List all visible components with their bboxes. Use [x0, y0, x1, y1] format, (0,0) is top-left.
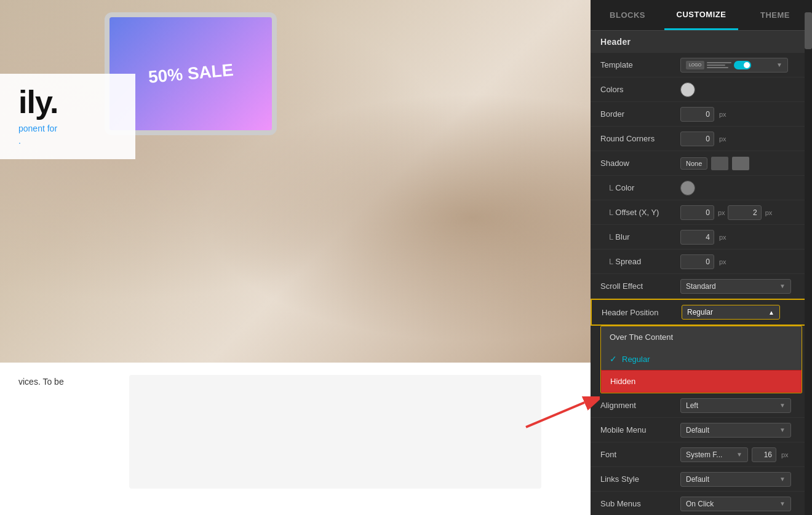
blur-label: Blur [600, 232, 680, 242]
option-regular[interactable]: ✓ Regular [601, 348, 802, 370]
mobile-menu-value: Default ▼ [680, 423, 802, 438]
font-family-arrow: ▼ [736, 451, 742, 458]
border-input[interactable] [680, 107, 714, 122]
scroll-effect-label: Scroll Effect [600, 281, 680, 291]
alignment-value: Left ▼ [680, 398, 802, 413]
scroll-effect-text: Standard [686, 282, 716, 291]
border-unit: px [719, 111, 726, 118]
mobile-menu-text: Default [686, 426, 709, 434]
offset-x-input[interactable] [680, 205, 714, 220]
scroll-effect-dropdown[interactable]: Standard ▼ [680, 279, 791, 294]
hero-sub-text: ponent for . [18, 123, 117, 147]
round-corners-label: Round Corners [600, 134, 680, 143]
section-header-header: Header [591, 31, 812, 53]
template-dropdown[interactable]: LOGO ▼ [680, 58, 788, 73]
colors-value [680, 82, 802, 97]
alignment-label: Alignment [600, 401, 680, 410]
option-regular-text: Regular [622, 355, 650, 364]
blur-row: Blur px [591, 225, 812, 250]
font-size-unit: px [781, 451, 789, 458]
border-label: Border [600, 109, 680, 119]
option-hidden-text: Hidden [610, 377, 635, 386]
offset-label: Offset (X, Y) [600, 208, 680, 217]
shadow-row: Shadow None [591, 151, 812, 176]
font-row: Font System F... ▼ px [591, 442, 812, 467]
spread-row: Spread px [591, 250, 812, 274]
alignment-row: Alignment Left ▼ [591, 393, 812, 418]
template-preview: LOGO [686, 61, 751, 69]
t-line-3 [707, 67, 728, 68]
header-position-value: Regular ▲ [682, 305, 801, 320]
shadow-color-row: Color [591, 176, 812, 200]
sub-menus-dropdown[interactable]: On Click ▼ [680, 497, 791, 511]
tab-blocks[interactable]: BLOCKS [591, 0, 664, 30]
template-value: LOGO ▼ [680, 58, 802, 73]
shadow-color-circle[interactable] [680, 181, 695, 195]
shadow-none-btn[interactable]: None [680, 157, 707, 170]
mobile-menu-row: Mobile Menu Default ▼ [591, 418, 812, 442]
blur-value: px [680, 230, 802, 245]
spread-label: Spread [600, 257, 680, 266]
header-position-menu: Over The Content ✓ Regular Hidden [600, 326, 802, 393]
round-corners-input[interactable] [680, 132, 714, 146]
blur-input[interactable] [680, 230, 714, 245]
tab-customize[interactable]: CUSTOMIZE [664, 0, 738, 30]
option-over-content-text: Over The Content [610, 332, 673, 342]
offset-value: px px [680, 205, 802, 220]
shadow-style-1[interactable] [711, 157, 728, 170]
colors-circle[interactable] [680, 82, 695, 97]
sub-menus-row: Sub Menus On Click ▼ [591, 492, 812, 515]
option-hidden[interactable]: Hidden [601, 370, 802, 393]
hero-big-text: ily. [18, 86, 117, 118]
panel-body: Header Template LOGO ▼ [591, 31, 812, 515]
colors-label: Colors [600, 85, 680, 94]
round-corners-row: Round Corners px [591, 127, 812, 151]
links-style-row: Links Style Default ▼ [591, 467, 812, 492]
check-icon: ✓ [610, 354, 617, 364]
scrollbar-track[interactable] [805, 0, 812, 515]
hero-overlay: ily. ponent for . [0, 74, 135, 159]
links-style-dropdown[interactable]: Default ▼ [680, 472, 791, 487]
border-row: Border px [591, 102, 812, 127]
offset-y-input[interactable] [728, 205, 762, 220]
template-lines [707, 62, 731, 68]
template-dropdown-arrow: ▼ [776, 61, 782, 68]
sub-menus-value: On Click ▼ [680, 497, 802, 511]
sub-menus-label: Sub Menus [600, 499, 680, 508]
scrollbar-thumb[interactable] [805, 12, 812, 49]
header-position-dropdown[interactable]: Regular ▲ [682, 305, 780, 320]
template-label: Template [600, 60, 680, 69]
round-corners-unit: px [719, 135, 726, 143]
bottom-content: vices. To be [0, 363, 591, 501]
links-style-text: Default [686, 475, 709, 484]
option-over-content[interactable]: Over The Content [601, 326, 802, 348]
shadow-value: None [680, 157, 802, 170]
t-line-1 [707, 62, 731, 63]
spread-value: px [680, 254, 802, 269]
sub-menus-text: On Click [686, 500, 714, 508]
links-style-arrow: ▼ [779, 476, 786, 482]
mobile-menu-label: Mobile Menu [600, 425, 680, 434]
links-style-label: Links Style [600, 474, 680, 484]
font-size-input[interactable] [752, 447, 776, 462]
shadow-color-label: Color [600, 183, 680, 192]
bottom-left-text: vices. To be [18, 375, 117, 388]
template-row: Template LOGO ▼ [591, 53, 812, 77]
font-family-dropdown[interactable]: System F... ▼ [680, 447, 748, 462]
mobile-menu-arrow: ▼ [779, 427, 786, 433]
spread-input[interactable] [680, 254, 714, 269]
tab-theme[interactable]: THEME [738, 0, 812, 30]
spread-unit: px [719, 258, 726, 265]
shadow-color-value [680, 181, 802, 195]
scroll-effect-row: Scroll Effect Standard ▼ [591, 274, 812, 299]
alignment-dropdown[interactable]: Left ▼ [680, 398, 791, 413]
shadow-style-2[interactable] [732, 157, 749, 170]
font-value: System F... ▼ px [680, 447, 802, 462]
offset-x-unit: px [718, 209, 725, 216]
hero-image: 50% SALE ily. ponent for . [0, 0, 591, 363]
font-label: Font [600, 450, 680, 459]
mobile-menu-dropdown[interactable]: Default ▼ [680, 423, 791, 438]
header-position-label: Header Position [602, 308, 682, 317]
bottom-card [129, 375, 541, 489]
toggle-switch[interactable] [734, 61, 751, 69]
